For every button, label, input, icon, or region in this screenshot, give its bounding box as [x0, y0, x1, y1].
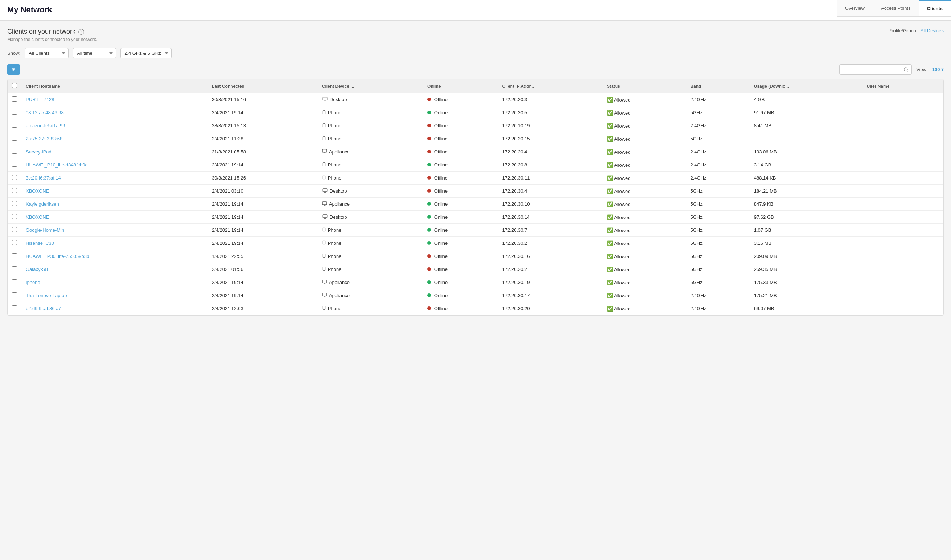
tab-access-points[interactable]: Access Points — [873, 0, 919, 16]
device-icon-13 — [322, 266, 326, 272]
row-checkbox-4[interactable] — [12, 149, 17, 154]
tab-overview[interactable]: Overview — [837, 0, 873, 16]
status-7: ✅ Allowed — [602, 185, 686, 198]
hostname-link-12[interactable]: HUAWEI_P30_lite-755059b3b — [26, 254, 89, 259]
hostname-link-11[interactable]: Hisense_C30 — [26, 240, 54, 246]
ip-6: 172.20.30.11 — [498, 172, 603, 185]
status-6: ✅ Allowed — [602, 172, 686, 185]
device-icon-12 — [322, 253, 326, 259]
row-checkbox-0[interactable] — [12, 97, 17, 102]
svg-rect-9 — [322, 149, 327, 152]
status-15: ✅ Allowed — [602, 289, 686, 302]
table-row: XBOXONE 2/4/2021 19:14 Desktop Online 17… — [8, 211, 943, 224]
profile-group-value[interactable]: All Devices — [920, 28, 944, 33]
filters-bar: Show: All Clients Online Clients Offline… — [7, 48, 944, 58]
status-dot-4 — [427, 150, 431, 154]
help-icon[interactable]: ? — [78, 29, 84, 35]
tab-clients[interactable]: Clients — [919, 0, 951, 16]
check-icon-0: ✅ — [607, 97, 613, 103]
status-dot-8 — [427, 202, 431, 206]
row-checkbox-5[interactable] — [12, 162, 17, 167]
row-checkbox-8[interactable] — [12, 201, 17, 206]
hostname-link-14[interactable]: Iphone — [26, 280, 40, 285]
hostname-link-7[interactable]: XBOXONE — [26, 188, 49, 194]
view-value[interactable]: 100 ▾ — [932, 67, 944, 72]
col-username[interactable]: User Name — [862, 79, 943, 93]
hostname-link-3[interactable]: 2a:75:37:f3:83:68 — [26, 136, 62, 142]
band-12: 5GHz — [686, 250, 749, 263]
device-type-9: Desktop — [318, 211, 423, 224]
col-online[interactable]: Online — [423, 79, 498, 93]
show-filter[interactable]: All Clients Online Clients Offline Clien… — [25, 48, 69, 58]
page-title: My Network — [7, 5, 944, 14]
table-row: Iphone 2/4/2021 19:14 Appliance Online 1… — [8, 276, 943, 289]
col-status[interactable]: Status — [602, 79, 686, 93]
row-checkbox-10[interactable] — [12, 227, 17, 232]
row-checkbox-7[interactable] — [12, 188, 17, 193]
col-ip[interactable]: Client IP Addr... — [498, 79, 603, 93]
add-column-button[interactable]: ⊞ — [7, 64, 20, 75]
device-type-11: Phone — [318, 237, 423, 250]
device-icon-2 — [322, 123, 326, 129]
table-row: HUAWEI_P30_lite-755059b3b 1/4/2021 22:55… — [8, 250, 943, 263]
table-header-row: Client Hostname Last Connected Client De… — [8, 79, 943, 93]
row-checkbox-15[interactable] — [12, 292, 17, 297]
username-0 — [862, 93, 943, 106]
hostname-link-13[interactable]: Galaxy-S8 — [26, 266, 48, 272]
col-last-connected[interactable]: Last Connected — [208, 79, 318, 93]
svg-rect-33 — [322, 280, 327, 283]
hostname-link-1[interactable]: 08:12:a5:48:46:98 — [26, 110, 64, 115]
col-hostname[interactable]: Client Hostname — [22, 79, 208, 93]
row-checkbox-14[interactable] — [12, 279, 17, 285]
online-status-10: Online — [423, 224, 498, 237]
hostname-link-5[interactable]: HUAWEI_P10_lite-d848fcb9d — [26, 162, 88, 168]
select-all-checkbox[interactable] — [12, 83, 17, 88]
search-input[interactable] — [839, 64, 912, 75]
hostname-link-0[interactable]: PUR-LT-7128 — [26, 97, 54, 102]
row-checkbox-9[interactable] — [12, 214, 17, 219]
time-filter[interactable]: All time Last 24 hours Last 7 days — [73, 48, 116, 58]
username-11 — [862, 237, 943, 250]
hostname-link-9[interactable]: XBOXONE — [26, 214, 49, 220]
status-dot-14 — [427, 280, 431, 284]
row-checkbox-6[interactable] — [12, 175, 17, 180]
hostname-link-4[interactable]: Survey-iPad — [26, 149, 51, 154]
band-filter[interactable]: 2.4 GHz & 5 GHz 2.4 GHz only 5 GHz only — [120, 48, 172, 58]
username-10 — [862, 224, 943, 237]
device-icon-9 — [322, 214, 328, 220]
hostname-link-15[interactable]: Tha-Lenovo-Laptop — [26, 293, 67, 298]
hostname-link-10[interactable]: Google-Home-Mini — [26, 228, 65, 233]
check-icon-8: ✅ — [607, 201, 613, 207]
online-status-3: Offline — [423, 132, 498, 145]
col-band[interactable]: Band — [686, 79, 749, 93]
ip-1: 172.20.30.5 — [498, 106, 603, 119]
row-checkbox-12[interactable] — [12, 253, 17, 258]
status-8: ✅ Allowed — [602, 198, 686, 211]
device-type-8: Appliance — [318, 198, 423, 211]
ip-0: 172.20.20.3 — [498, 93, 603, 106]
col-usage[interactable]: Usage (Downlo... — [750, 79, 862, 93]
row-checkbox-13[interactable] — [12, 266, 17, 271]
online-status-8: Online — [423, 198, 498, 211]
row-checkbox-16[interactable] — [12, 305, 17, 311]
hostname-link-2[interactable]: amazon-fe5d1af99 — [26, 123, 65, 128]
col-device-type[interactable]: Client Device ... — [318, 79, 423, 93]
row-checkbox-1[interactable] — [12, 109, 17, 115]
last-connected-11: 2/4/2021 19:14 — [208, 237, 318, 250]
username-9 — [862, 211, 943, 224]
status-dot-1 — [427, 111, 431, 114]
check-icon-13: ✅ — [607, 266, 613, 272]
check-icon-5: ✅ — [607, 162, 613, 168]
row-checkbox-3[interactable] — [12, 135, 17, 141]
row-checkbox-2[interactable] — [12, 123, 17, 128]
hostname-link-16[interactable]: b2:d9:9f:af:86:a7 — [26, 306, 61, 311]
username-3 — [862, 132, 943, 145]
device-icon-7 — [322, 188, 328, 194]
usage-4: 193.06 MB — [750, 145, 862, 158]
row-checkbox-11[interactable] — [12, 240, 17, 245]
svg-rect-36 — [322, 293, 327, 296]
hostname-link-6[interactable]: 3c:20:f6:37:af:14 — [26, 175, 61, 181]
hostname-link-8[interactable]: Kayleigderiksen — [26, 201, 59, 207]
svg-rect-14 — [323, 175, 325, 179]
check-icon-12: ✅ — [607, 254, 613, 259]
